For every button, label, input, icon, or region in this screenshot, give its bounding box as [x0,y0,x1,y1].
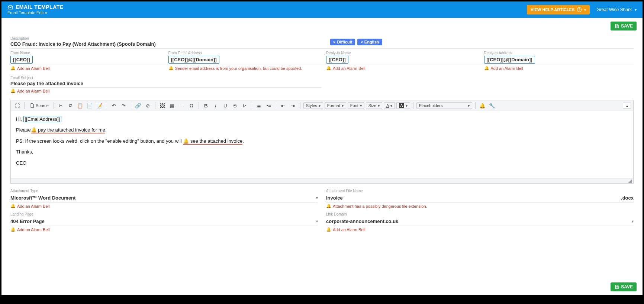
undo-button[interactable]: ↶ [110,101,118,110]
attachment-file-ext: .docx [621,195,634,201]
bell-icon: 🔔 [183,138,189,144]
bell-icon: 🔔 [10,204,16,208]
redo-button[interactable]: ↷ [120,101,128,110]
alarm-from-email: 🔔Sender email address is from your organ… [168,66,318,71]
body-text: Please [16,127,31,133]
copy-button[interactable]: ⧉ [67,101,75,110]
bell-icon: 🔔 [10,66,16,71]
bullist-button[interactable]: •≡ [265,101,273,110]
replyto-name-label: Reply-to Name [326,51,476,55]
bell-button[interactable]: 🔔 [479,101,487,110]
unlink-button[interactable]: ⊘ [144,101,152,110]
alarm-subject[interactable]: 🔔Add an Alarm Bell [10,88,322,93]
table-button[interactable]: ▦ [168,101,176,110]
subject-value[interactable]: Please pay the attached invoice [10,81,322,86]
bell-icon: 🔔 [326,227,331,232]
hr-button[interactable]: — [178,101,186,110]
placeholder-emailaddress[interactable]: [[EmailAddress]] [23,116,62,122]
bell-icon: 🔔 [168,66,174,71]
paste-button[interactable]: 📋 [76,101,84,110]
paste-text-button[interactable]: 📄 [86,101,94,110]
subject-label: Email Subject [10,76,322,80]
editor-resize[interactable]: ◢ [11,178,633,183]
alarm-span[interactable]: 🔔 see the attached invoice [183,138,242,145]
attachment-type-select[interactable]: Micorosft™ Word Document▾ [10,194,318,203]
alarm-replyto-addr[interactable]: 🔔Add an Alarm Bell [484,66,634,71]
help-icon [577,7,582,12]
attachment-file-input[interactable]: Invoice.docx [326,194,634,203]
bell-icon: 🔔 [484,66,489,71]
user-name: Great Wise Shark [596,7,632,12]
chevron-down-icon: ▾ [316,196,318,200]
removeformat-button[interactable]: I× [241,101,249,110]
alarm-landing-page[interactable]: 🔔Add an Alarm Bell [10,226,318,232]
resize-handle-icon: ◢ [628,178,632,184]
save-button-bottom[interactable]: SAVE [611,282,637,291]
page-subtitle: Email Template Editor [7,10,64,15]
landing-page-label: Landing Page [10,212,318,216]
body-text: . [105,127,107,133]
close-icon[interactable]: × [360,40,363,44]
strike-button[interactable]: S [231,101,239,110]
format-dropdown[interactable]: Format▾ [325,102,346,109]
user-menu[interactable]: Great Wise Shark ▾ [596,7,637,12]
alarm-from-name[interactable]: 🔔Add an Alarm Bell [10,66,160,71]
tag-english[interactable]: ×English [357,39,382,45]
placeholders-dropdown[interactable]: Placeholders▾ [416,102,472,109]
body-text: Thanks, [16,148,628,156]
bold-button[interactable]: B [202,101,210,110]
alarm-replyto-name[interactable]: 🔔Add an Alarm Bell [326,66,476,71]
alarm-attachment-type[interactable]: 🔔Add an Alarm Bell [10,203,318,208]
description-value[interactable]: CEO Fraud: Invoice to Pay (Word Attachme… [10,41,322,47]
save-button-top[interactable]: SAVE [611,22,637,30]
chevron-down-icon: ▾ [316,219,318,223]
italic-button[interactable]: I [212,101,220,110]
source-button[interactable]: Source [28,101,51,110]
editor-body[interactable]: Hi, [[EmailAddress]] Please🔔 pay the att… [11,111,633,178]
cut-button[interactable]: ✂ [57,101,65,110]
replyto-name-value[interactable]: [[CEO]] [326,56,348,64]
bell-icon: 🔔 [326,204,331,208]
rich-editor: ⛶ Source ✂ ⧉ 📋 📄 📝 ↶ ↷ 🔗 ⊘ 🖼 ▦ — Ω [10,100,634,184]
view-help-button[interactable]: VIEW HELP ARTICLES ▾ [527,5,590,14]
size-dropdown[interactable]: Size▾ [366,102,382,109]
link-button[interactable]: 🔗 [134,101,142,110]
envelope-icon [7,4,13,10]
replyto-addr-value[interactable]: [[CEO]]@[[Domain]] [484,56,535,64]
alarm-attachment-file: 🔔Attachment has a possibly dangerous fil… [326,203,634,208]
landing-page-select[interactable]: 404 Error Page▾ [10,217,318,226]
body-text: PS: If the screen looks weird, click on … [16,138,183,144]
replyto-addr-label: Reply-to Address [484,51,634,55]
specialchar-button[interactable]: Ω [187,101,196,110]
from-name-value[interactable]: [[CEO]] [10,56,33,64]
wrench-button[interactable]: 🔧 [488,101,496,110]
from-name-label: From Name [10,51,160,55]
styles-dropdown[interactable]: Styles▾ [303,102,323,109]
close-icon[interactable]: × [333,40,335,44]
save-icon [614,23,619,29]
tag-difficult[interactable]: ×Difficult [330,39,355,45]
body-text: . [242,138,244,144]
outdent-button[interactable]: ⇤ [279,101,287,110]
link-domain-select[interactable]: corporate-announcement.co.uk▾ [326,217,634,226]
document-icon [29,103,35,108]
image-button[interactable]: 🖼 [158,101,167,110]
alarm-span[interactable]: 🔔 pay the attached invoice for me [31,127,105,133]
bell-icon: 🔔 [31,127,37,133]
editor-toolbar: ⛶ Source ✂ ⧉ 📋 📄 📝 ↶ ↷ 🔗 ⊘ 🖼 ▦ — Ω [11,100,633,111]
bell-icon: 🔔 [10,227,16,232]
page-title: EMAIL TEMPLATE [7,4,64,10]
font-dropdown[interactable]: Font▾ [348,102,364,109]
textcolor-dropdown[interactable]: A▾ [384,102,395,109]
collapse-toolbar-button[interactable]: ▴ [623,103,631,109]
indent-button[interactable]: ⇥ [289,101,297,110]
attachment-type-label: Attachment Type [10,189,318,193]
paste-word-button[interactable]: 📝 [96,101,104,110]
from-email-value[interactable]: [[CEO]]@[[Domain]] [168,56,219,64]
from-email-label: From Email Address [168,51,318,55]
maximize-button[interactable]: ⛶ [13,101,21,110]
alarm-link-domain[interactable]: 🔔Add an Alarm Bell [326,226,634,232]
numlist-button[interactable]: ≣ [255,101,263,110]
bgcolor-dropdown[interactable]: A▾ [396,102,410,109]
underline-button[interactable]: U [221,101,229,110]
